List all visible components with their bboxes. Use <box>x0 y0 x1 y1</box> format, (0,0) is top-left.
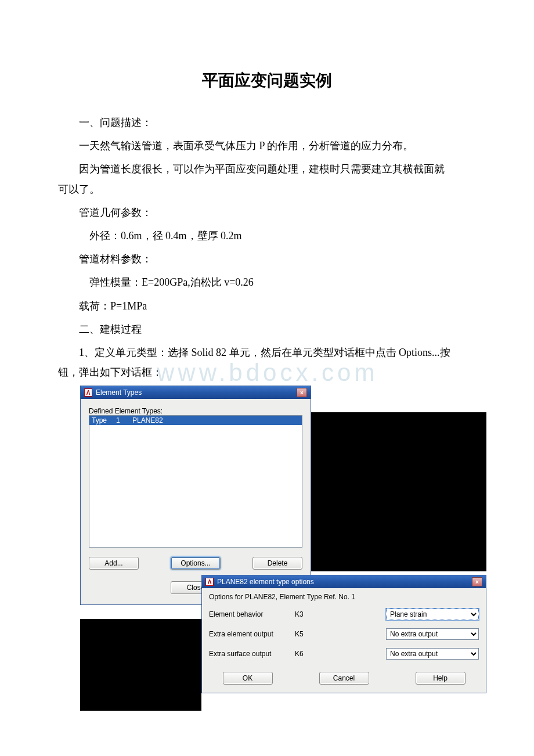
option-key: K6 <box>295 650 330 658</box>
option-row: Extra element output K5 No extra output <box>209 624 479 644</box>
paragraph-line: 1、定义单元类型：选择 Solid 82 单元，然后在单元类型对话框中点击 Op… <box>58 343 476 362</box>
paragraph: 载荷：P=1MPa <box>58 296 476 316</box>
element-types-list[interactable]: Type 1 PLANE82 <box>89 415 302 548</box>
paragraph: 1、定义单元类型：选择 Solid 82 单元，然后在单元类型对话框中点击 Op… <box>58 343 476 382</box>
extra-surface-output-select[interactable]: No extra output <box>386 648 479 660</box>
delete-button[interactable]: Delete <box>252 557 302 570</box>
paragraph: 因为管道长度很长，可以作为平面应变问题处理，建模时只需要建立其横截面就 可以了。 <box>58 159 476 199</box>
options-description: Options for PLANE82, Element Type Ref. N… <box>209 593 479 601</box>
dialog-title: PLANE82 element type options <box>217 578 472 586</box>
list-col-name: PLANE82 <box>132 416 163 424</box>
dialog-titlebar[interactable]: Λ Element Types × <box>81 386 311 399</box>
paragraph: 外径：0.6m，径 0.4m，壁厚 0.2m <box>58 226 476 246</box>
help-button[interactable]: Help <box>416 672 466 685</box>
add-button[interactable]: Add... <box>89 557 139 570</box>
paragraph: 一、问题描述： <box>58 113 476 132</box>
option-label: Extra element output <box>209 630 295 638</box>
app-icon: Λ <box>84 388 92 397</box>
option-row: Extra surface output K6 No extra output <box>209 644 479 664</box>
background-panel <box>80 619 201 711</box>
background-panel <box>311 412 486 571</box>
list-col-type: Type <box>92 416 116 424</box>
embedded-screenshot: Λ Element Types × Defined Element Types:… <box>80 386 486 711</box>
option-label: Extra surface output <box>209 650 295 658</box>
option-key: K3 <box>295 610 330 618</box>
paragraph: 管道材料参数： <box>58 249 476 269</box>
list-item[interactable]: Type 1 PLANE82 <box>89 416 302 425</box>
doc-title: 平面应变问题实例 <box>58 70 476 92</box>
close-icon[interactable]: × <box>297 388 307 397</box>
options-button[interactable]: Options... <box>171 557 221 570</box>
element-types-dialog: Λ Element Types × Defined Element Types:… <box>80 386 311 605</box>
paragraph-line: 因为管道长度很长，可以作为平面应变问题处理，建模时只需要建立其横截面就 <box>58 159 476 179</box>
paragraph: 管道几何参数： <box>58 203 476 222</box>
defined-types-label: Defined Element Types: <box>89 407 302 415</box>
paragraph-line: 可以了。 <box>58 179 476 199</box>
paragraph: 一天然气输送管道，表面承受气体压力 P 的作用，分析管道的应力分布。 <box>58 136 476 156</box>
element-behavior-select[interactable]: Plane strain <box>386 609 479 620</box>
dialog-titlebar[interactable]: Λ PLANE82 element type options × <box>202 575 486 588</box>
paragraph: 弹性模量：E=200GPa,泊松比 v=0.26 <box>58 272 476 292</box>
paragraph-line: 钮，弹出如下对话框： <box>58 362 476 382</box>
extra-element-output-select[interactable]: No extra output <box>386 628 479 640</box>
dialog-title: Element Types <box>96 388 297 397</box>
plane82-options-dialog: Λ PLANE82 element type options × Options… <box>201 575 486 693</box>
app-icon: Λ <box>205 578 214 586</box>
cancel-button[interactable]: Cancel <box>319 672 369 685</box>
ok-button[interactable]: OK <box>223 672 273 685</box>
option-key: K5 <box>295 630 330 638</box>
option-row: Element behavior K3 Plane strain <box>209 604 479 624</box>
option-label: Element behavior <box>209 610 295 618</box>
list-col-num: 1 <box>116 416 132 424</box>
close-icon[interactable]: × <box>472 577 482 586</box>
paragraph: 二、建模过程 <box>58 319 476 339</box>
